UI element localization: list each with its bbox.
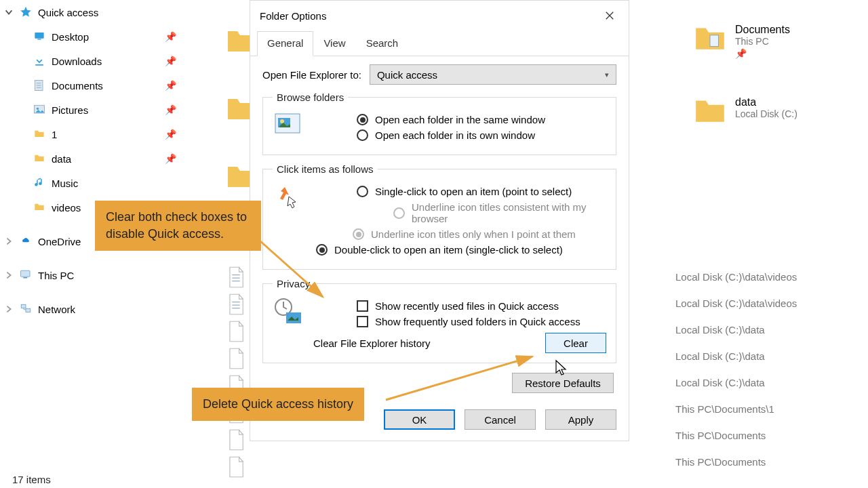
nav-pictures[interactable]: Pictures 📌: [0, 98, 186, 122]
click-icon: [273, 182, 302, 211]
file-icon[interactable]: [226, 455, 245, 479]
folder-title: Documents: [735, 24, 790, 36]
folder-icon: [693, 96, 727, 125]
recent-path[interactable]: This PC\Documents\1: [675, 403, 774, 415]
svg-rect-13: [710, 35, 719, 47]
svg-rect-9: [21, 270, 31, 277]
recent-path[interactable]: This PC\Documents: [675, 430, 766, 441]
folder-icon: [33, 152, 46, 165]
recent-path[interactable]: Local Disk (C:)\data: [675, 324, 765, 336]
apply-button[interactable]: Apply: [545, 409, 616, 430]
nav-label: data: [52, 153, 71, 165]
dialog-titlebar[interactable]: Folder Options: [250, 1, 629, 30]
nav-quick-access[interactable]: Quick access: [0, 0, 186, 24]
tab-general[interactable]: General: [257, 31, 313, 56]
nav-label: Downloads: [52, 56, 102, 67]
group-legend: Click items as follows: [273, 163, 378, 175]
radio-same-window[interactable]: Open each folder in the same window: [313, 114, 606, 125]
checkbox-icon: [357, 300, 368, 312]
downloads-icon: [33, 54, 46, 68]
file-icon[interactable]: [226, 320, 245, 343]
recent-path[interactable]: Local Disk (C:)\data: [675, 377, 765, 388]
nav-thispc[interactable]: This PC: [0, 263, 186, 287]
nav-label: Network: [38, 304, 75, 315]
radio-single-click[interactable]: Single-click to open an item (point to s…: [313, 186, 606, 197]
cancel-button[interactable]: Cancel: [465, 409, 536, 430]
svg-point-8: [37, 108, 39, 110]
radio-icon: [316, 244, 328, 256]
chevron-down-icon: [4, 7, 14, 17]
cursor-icon: [555, 359, 568, 377]
check-label: Show recently used files in Quick access: [375, 300, 559, 312]
file-icon[interactable]: [226, 347, 245, 370]
nav-music[interactable]: Music: [0, 171, 186, 195]
group-legend: Browse folders: [273, 92, 348, 103]
nav-label: OneDrive: [38, 236, 81, 247]
group-legend: Privacy: [273, 278, 314, 289]
radio-own-window[interactable]: Open each folder in its own window: [313, 129, 606, 141]
file-icon[interactable]: [226, 428, 245, 451]
nav-label: videos: [52, 202, 81, 214]
folder-item-documents[interactable]: Documents This PC 📌: [693, 24, 790, 59]
svg-rect-11: [21, 304, 26, 308]
recent-path[interactable]: Local Disk (C:)\data\videos: [675, 298, 797, 309]
nav-label: Music: [52, 178, 78, 189]
nav-downloads[interactable]: Downloads 📌: [0, 49, 186, 73]
recent-path[interactable]: This PC\Documents: [675, 456, 766, 468]
pictures-icon: [33, 103, 46, 117]
open-explorer-label: Open File Explorer to:: [262, 69, 361, 81]
svg-rect-10: [23, 277, 27, 279]
status-bar: 17 items: [12, 474, 51, 485]
radio-icon: [353, 228, 364, 240]
tab-search[interactable]: Search: [356, 31, 409, 56]
nav-label: Pictures: [52, 104, 88, 116]
folder-icon: [693, 24, 727, 52]
nav-folder-data[interactable]: data 📌: [0, 146, 186, 171]
star-icon: [19, 5, 33, 19]
file-icon[interactable]: [226, 293, 245, 316]
radio-icon: [357, 114, 368, 125]
radio-underline-browser: Underline icon titles consistent with my…: [313, 201, 606, 224]
chevron-right-icon: [4, 237, 14, 246]
folder-icon: [33, 201, 46, 214]
folder-icon: [33, 127, 46, 141]
nav-documents[interactable]: Documents 📌: [0, 73, 186, 98]
check-frequent-folders[interactable]: Show frequently used folders in Quick ac…: [313, 316, 606, 327]
radio-label: Underline icon titles consistent with my…: [412, 201, 606, 224]
svg-rect-12: [26, 308, 31, 312]
tab-view[interactable]: View: [313, 31, 355, 56]
chevron-right-icon: [4, 304, 14, 314]
radio-label: Open each folder in the same window: [375, 114, 545, 125]
dialog-title: Folder Options: [260, 10, 326, 22]
radio-icon: [393, 207, 405, 219]
nav-folder-1[interactable]: 1 📌: [0, 122, 186, 146]
nav-label: Quick access: [38, 7, 98, 18]
clear-button[interactable]: Clear: [545, 333, 606, 353]
callout-delete-history: Delete Quick access history: [192, 388, 364, 421]
callout-clear-checkboxes: Clear both check boxes to disable Quick …: [95, 201, 261, 251]
chevron-down-icon: ▾: [605, 70, 609, 79]
radio-double-click[interactable]: Double-click to open an item (single-cli…: [273, 244, 606, 256]
radio-label: Double-click to open an item (single-cli…: [334, 244, 563, 256]
check-recent-files[interactable]: Show recently used files in Quick access: [313, 300, 606, 312]
nav-desktop[interactable]: Desktop 📌: [0, 24, 186, 49]
dialog-tabs: General View Search: [250, 30, 629, 56]
pin-icon: 📌: [165, 80, 176, 91]
recent-path[interactable]: Local Disk (C:)\data\videos: [675, 271, 797, 283]
radio-underline-point: Underline icon titles only when I point …: [273, 228, 606, 240]
network-icon: [19, 302, 33, 316]
nav-label: Documents: [52, 80, 103, 92]
pin-icon: 📌: [165, 31, 176, 42]
radio-icon: [357, 129, 368, 141]
svg-rect-2: [35, 64, 43, 66]
svg-rect-1: [37, 39, 41, 39]
recent-path[interactable]: Local Disk (C:)\data: [675, 350, 765, 362]
close-button[interactable]: [597, 3, 622, 28]
open-explorer-dropdown[interactable]: Quick access ▾: [370, 64, 616, 85]
clear-history-label: Clear File Explorer history: [313, 338, 431, 349]
file-icon[interactable]: [226, 266, 245, 289]
folder-item-data[interactable]: data Local Disk (C:): [693, 96, 797, 125]
ok-button[interactable]: OK: [384, 409, 455, 430]
pin-icon: 📌: [165, 153, 176, 164]
nav-network[interactable]: Network: [0, 297, 186, 321]
